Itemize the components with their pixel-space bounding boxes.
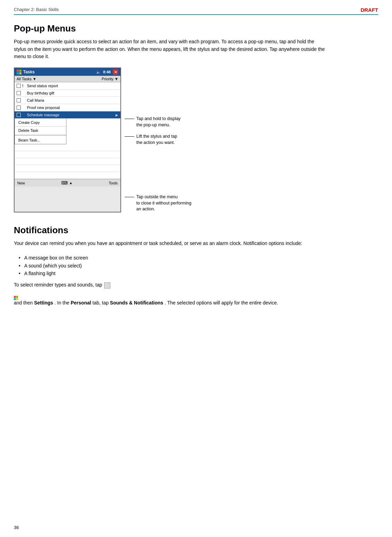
device-bottombar: New ⌨ ▲ Tools [15, 179, 120, 186]
device-illustration-area: Tasks 🔈 8:48 ✕ All Tasks ▼ Priority ▼ ! … [14, 67, 378, 212]
new-button[interactable]: New [17, 181, 25, 185]
popup-menu: Create Copy Delete Task Beam Task... [15, 119, 66, 144]
footer-bold3: Sounds & Notifications [110, 300, 163, 306]
empty-row-2 [15, 151, 120, 158]
task-checkbox-3[interactable] [17, 98, 21, 102]
task-label-1: Send status report [27, 84, 58, 88]
footer-and-then: and then [14, 300, 34, 306]
page-number: 36 [14, 525, 19, 530]
callouts-area: Tap and hold to display the pop-up menu.… [125, 67, 235, 212]
popup-menu-item-beam-task[interactable]: Beam Task... [15, 136, 66, 144]
settings-icon [104, 282, 110, 289]
notifications-heading: Notifications [14, 225, 378, 236]
callout-top-line [125, 119, 134, 119]
callout-middle-text: Lift the stylus and tap the action you w… [134, 134, 177, 146]
task-checkbox-1[interactable] [17, 84, 21, 88]
footer-before: To select reminder types and sounds, tap [14, 282, 103, 288]
task-label-5: Schedule massage [27, 113, 60, 117]
footer-mid2: tab, tap [92, 300, 110, 306]
bullet-item-3: A flashing light [24, 270, 378, 277]
popup-menus-section: Pop-up Menus Pop-up menus provide quick … [14, 23, 378, 61]
draft-label: DRAFT [361, 7, 378, 13]
app-name: Tasks [23, 70, 35, 74]
task-row-2[interactable]: Buy birthday gift [15, 90, 120, 97]
callout-middle: Lift the stylus and tap the action you w… [125, 134, 235, 146]
keyboard-icon: ⌨ [61, 180, 68, 185]
popup-menu-divider [15, 135, 66, 136]
footer-bold2: Personal [71, 300, 91, 306]
page-header: Chapter 2: Basic Skills DRAFT [14, 7, 378, 15]
device-mockup: Tasks 🔈 8:48 ✕ All Tasks ▼ Priority ▼ ! … [14, 67, 121, 212]
notifications-bullet-list: A message box on the screen A sound (whi… [14, 254, 378, 277]
callout-bottom: Tap outside the menu to close it without… [125, 194, 235, 212]
speaker-icon: 🔈 [96, 70, 101, 74]
task-checkbox-2[interactable] [17, 91, 21, 95]
task-row-4[interactable]: Proof new proposal [15, 104, 120, 111]
notifications-section: Notifications Your device can remind you… [14, 225, 378, 306]
task-row-5-highlighted[interactable]: Schedule massage ▶ [15, 111, 120, 119]
chapter-title: Chapter 2: Basic Skills [14, 7, 59, 12]
empty-row-3 [15, 158, 120, 165]
time-display: 8:48 [103, 70, 111, 74]
footer-mid1: . In the [55, 300, 71, 306]
empty-row-1 [15, 144, 120, 151]
submenu-arrow: ▶ [116, 113, 118, 117]
task-label-3: Call Maria [27, 98, 44, 102]
callout-top-text: Tap and hold to display the pop-up menu. [134, 116, 181, 128]
tools-button[interactable]: Tools [109, 181, 118, 185]
windows-logo-icon [17, 70, 21, 74]
titlebar-left: Tasks [17, 70, 35, 74]
popup-menus-heading: Pop-up Menus [14, 23, 378, 34]
bullet-item-2: A sound (which you select) [24, 262, 378, 270]
popup-menus-body: Pop-up menus provide quick access to sel… [14, 38, 325, 61]
task-checkbox-5[interactable] [17, 113, 21, 117]
task-row-1[interactable]: ! Send status report [15, 82, 120, 90]
footer-end: . The selected options will apply for th… [165, 300, 278, 306]
empty-row-4 [15, 165, 120, 172]
priority-dropdown[interactable]: Priority ▼ [102, 77, 118, 81]
callout-middle-line [125, 136, 134, 137]
bottom-icons: ⌨ ▲ [61, 180, 73, 185]
bullet-item-1: A message box on the screen [24, 254, 378, 262]
all-tasks-dropdown[interactable]: All Tasks ▼ [17, 77, 36, 81]
popup-menu-item-delete-task[interactable]: Delete Task [15, 127, 66, 135]
scroll-icon: ▲ [69, 181, 73, 185]
empty-row-5 [15, 172, 120, 179]
popup-menu-item-create-copy[interactable]: Create Copy [15, 119, 66, 127]
task-label-2: Buy birthday gift [27, 91, 54, 95]
notifications-body: Your device can remind you when you have… [14, 240, 325, 247]
task-priority-1: ! [22, 84, 26, 88]
task-list: ! Send status report Buy birthday gift C… [15, 82, 120, 179]
callout-bottom-text: Tap outside the menu to close it without… [134, 194, 191, 212]
task-row-3[interactable]: Call Maria [15, 97, 120, 104]
notifications-footer: To select reminder types and sounds, tap [14, 281, 325, 289]
titlebar-right: 🔈 8:48 ✕ [96, 69, 118, 75]
callout-bottom-line [125, 197, 134, 197]
footer-bold1: Settings [34, 300, 53, 306]
task-checkbox-4[interactable] [17, 106, 21, 110]
device-toolbar: All Tasks ▼ Priority ▼ [15, 76, 120, 82]
task-label-4: Proof new proposal [27, 106, 60, 110]
callout-top: Tap and hold to display the pop-up menu. [125, 116, 235, 128]
device-titlebar: Tasks 🔈 8:48 ✕ [15, 68, 120, 76]
close-button[interactable]: ✕ [113, 69, 118, 75]
